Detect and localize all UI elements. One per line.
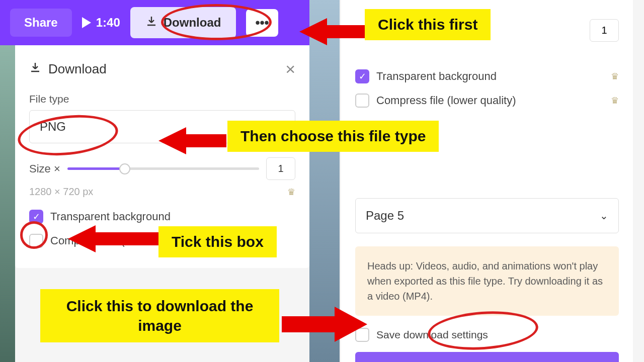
svg-marker-0 (299, 18, 365, 45)
dimensions-text: 644 × 362 px (29, 186, 93, 198)
play-preview[interactable]: 1:40 (82, 16, 120, 30)
save-settings-label: Save download settings (376, 329, 488, 341)
transparent-checkbox-right[interactable]: ✓ (355, 69, 369, 83)
callout-file-type: Then choose this file type (227, 121, 439, 152)
download-panel-title: Download (29, 61, 107, 77)
arrow-to-download-top (299, 14, 365, 49)
crown-icon: ♛ (611, 71, 619, 82)
download-top-button[interactable]: Download (130, 7, 236, 38)
arrow-to-download-btn (282, 304, 367, 344)
chevron-down-icon: ⌄ (600, 210, 608, 222)
warning-message: Heads up: Videos, audio, and animations … (355, 246, 619, 316)
size-value-input[interactable]: 1 (266, 157, 295, 180)
download-title-text: Download (48, 61, 107, 77)
transparent-row-right[interactable]: ✓ Transparent background (355, 69, 497, 83)
background-strip-left (0, 45, 15, 362)
size-slider[interactable] (67, 167, 259, 170)
save-settings-row[interactable]: Save download settings (355, 328, 619, 342)
callout-click-first: Click this first (365, 9, 491, 40)
transparent-label-right: Transparent background (376, 70, 497, 83)
share-button[interactable]: Share (10, 9, 72, 37)
svg-marker-3 (282, 307, 367, 342)
crown-icon: ♛ (287, 187, 295, 198)
compress-checkbox-right[interactable] (355, 94, 369, 108)
play-icon (82, 17, 91, 28)
page-select-value: Page 5 (366, 209, 404, 223)
file-type-label: File type (29, 93, 295, 105)
compress-label-right: Compress file (lower quality) (376, 94, 516, 107)
size-label: Size × (29, 162, 60, 175)
callout-tick-box: Tick this box (158, 226, 277, 257)
download-icon (145, 15, 157, 30)
play-time-text: 1:40 (96, 16, 120, 30)
compress-checkbox[interactable] (29, 234, 43, 248)
download-icon (29, 61, 41, 77)
crown-icon: ♛ (611, 95, 619, 106)
download-top-label: Download (164, 16, 221, 30)
arrow-to-png (158, 123, 226, 158)
transparent-checkbox[interactable]: ✓ (29, 210, 43, 224)
close-icon[interactable]: × (285, 59, 295, 79)
compress-row-right[interactable]: Compress file (lower quality) (355, 94, 516, 108)
size-value-right[interactable]: 1 (590, 19, 619, 42)
arrow-to-checkbox (68, 221, 158, 256)
svg-marker-2 (68, 225, 158, 252)
right-download-panel: 1 ✓ Transparent background ♛ Compress fi… (341, 0, 633, 362)
more-button[interactable]: ••• (246, 9, 278, 37)
svg-marker-1 (158, 127, 226, 154)
top-bar: Share 1:40 Download ••• (0, 0, 309, 45)
callout-download-image: Click this to download the image (40, 289, 279, 342)
page-select[interactable]: Page 5 ⌄ (355, 198, 619, 233)
download-button[interactable]: Download (355, 352, 619, 362)
slider-thumb[interactable] (119, 163, 130, 174)
